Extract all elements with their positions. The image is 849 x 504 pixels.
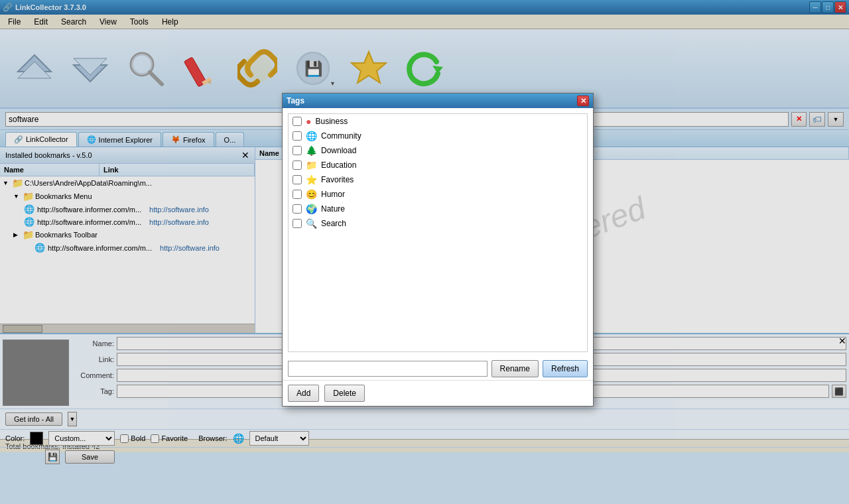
tag-row-download[interactable]: 🌲 Download	[289, 143, 587, 158]
tags-titlebar: Tags ✕	[283, 94, 593, 108]
tag-label-nature: Nature	[321, 204, 345, 214]
tag-icon-download: 🌲	[306, 145, 317, 156]
tag-row-education[interactable]: 📁 Education	[289, 158, 587, 172]
rename-btn[interactable]: Rename	[491, 360, 539, 377]
tag-row-humor[interactable]: 😊 Humor	[289, 187, 587, 202]
tag-row-search[interactable]: 🔍 Search	[289, 216, 587, 231]
tags-input-row: Rename Refresh	[283, 357, 593, 380]
tag-icon-community: 🌐	[306, 131, 317, 141]
tag-checkbox-favorites[interactable]	[293, 175, 302, 184]
tags-text-input[interactable]	[288, 361, 488, 377]
tag-icon-humor: 😊	[306, 189, 317, 200]
tag-row-business[interactable]: ● Business	[289, 114, 587, 129]
tag-checkbox-download[interactable]	[293, 146, 302, 155]
tag-checkbox-nature[interactable]	[293, 204, 302, 214]
tag-icon-business: ●	[306, 116, 311, 127]
delete-btn[interactable]: Delete	[324, 385, 365, 402]
tag-row-community[interactable]: 🌐 Community	[289, 129, 587, 143]
tag-label-community: Community	[321, 131, 361, 141]
tags-close-btn[interactable]: ✕	[577, 95, 589, 106]
tag-icon-education: 📁	[306, 160, 317, 170]
tag-checkbox-humor[interactable]	[293, 190, 302, 199]
tags-btn-row: Add Delete	[283, 380, 593, 406]
tag-row-favorites[interactable]: ⭐ Favorites	[289, 172, 587, 187]
tag-label-business: Business	[315, 117, 348, 126]
tags-list-area[interactable]: ● Business 🌐 Community 🌲 Download 📁 Educ…	[288, 113, 588, 352]
tag-checkbox-business[interactable]	[293, 117, 302, 126]
tag-checkbox-community[interactable]	[293, 131, 302, 141]
tag-label-humor: Humor	[321, 190, 345, 199]
refresh-btn[interactable]: Refresh	[543, 360, 588, 377]
tag-label-education: Education	[321, 160, 356, 170]
tag-label-download: Download	[321, 146, 356, 155]
tag-label-favorites: Favorites	[321, 175, 354, 184]
tags-title: Tags	[287, 96, 304, 105]
tag-icon-nature: 🌍	[306, 204, 317, 214]
tag-row-nature[interactable]: 🌍 Nature	[289, 202, 587, 216]
tags-dialog: Tags ✕ ● Business 🌐 Community 🌲 Download…	[282, 93, 594, 407]
tag-checkbox-search[interactable]	[293, 219, 302, 228]
tag-icon-search: 🔍	[306, 218, 317, 229]
tag-label-search: Search	[321, 219, 346, 228]
tag-icon-favorites: ⭐	[306, 174, 317, 185]
tag-checkbox-education[interactable]	[293, 160, 302, 170]
add-btn[interactable]: Add	[288, 385, 319, 402]
